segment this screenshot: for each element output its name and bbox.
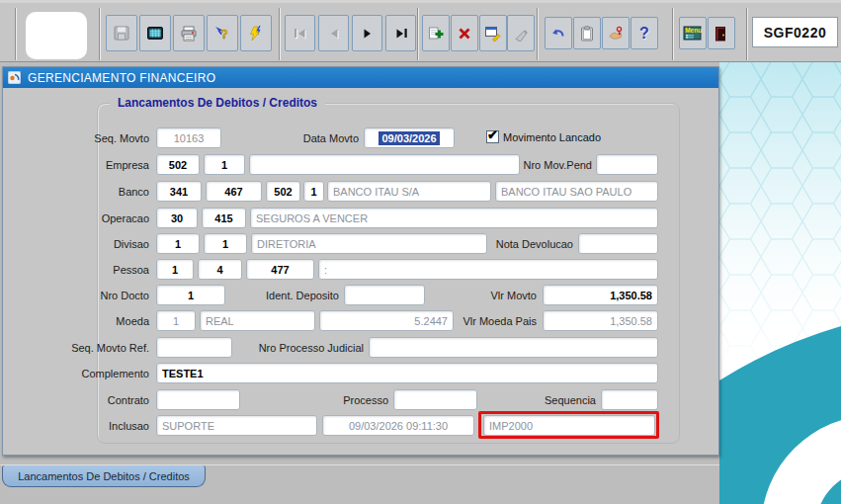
clear-button[interactable] [507,15,535,51]
field-vlr-movto[interactable]: 1,350.58 [543,285,658,305]
field-inclusao-datetime: 09/03/2026 09:11:30 [322,415,474,436]
field-vlr-moeda-pais: 1,350.58 [543,310,658,331]
first-record-icon [292,25,309,42]
field-seq-movto-ref[interactable] [156,337,232,358]
field-operacao-desc: SEGUROS A VENCER [250,208,658,228]
last-record-button[interactable] [385,15,416,51]
tab-lancamentos[interactable]: Lancamentos De Debitos / Creditos [2,465,206,487]
clipboard-button[interactable] [573,17,601,49]
edit-query-icon [484,25,502,42]
app-window: GERENCIAMENTO FINANCEIRO Lancamentos De … [2,66,719,456]
undo-button[interactable] [545,17,572,49]
field-nro-docto[interactable]: 1 [156,285,225,305]
label-moeda: Moeda [33,310,149,331]
field-pessoa-code2[interactable]: 4 [198,259,242,280]
field-ident-deposito[interactable] [344,285,425,305]
field-divisao-code1[interactable]: 1 [156,233,200,254]
clear-pen-icon [512,25,530,42]
label-ident-deposito: Ident. Deposito [245,285,339,305]
menu-icon: Menu [683,25,703,42]
field-contrato[interactable] [156,389,240,410]
field-empresa-code1[interactable]: 502 [156,154,200,175]
first-record-button[interactable] [285,15,315,51]
toolbar-separator [99,8,101,60]
field-operacao-code1[interactable]: 30 [156,208,198,228]
screen-button[interactable] [139,15,171,51]
label-movimento-lancado: Movimento Lancado [503,130,601,144]
label-empresa: Empresa [33,154,149,175]
prev-record-button[interactable] [318,15,349,51]
save-button[interactable] [106,15,137,51]
field-empresa-code2[interactable]: 1 [204,154,245,175]
background-art [719,61,841,504]
context-help-button[interactable]: ? [207,15,238,51]
form-group-title: Lancamentos De Debitos / Creditos [110,96,325,110]
field-nro-processo-judicial[interactable] [369,337,658,358]
clipboard-icon [578,25,596,42]
exit-button[interactable] [708,17,735,49]
execute-button[interactable] [240,15,272,51]
label-operacao: Operacao [33,208,149,228]
check-mark: ✔ [487,127,498,142]
delete-record-button[interactable] [451,15,478,51]
label-inclusao: Inclusao [33,415,149,436]
label-data-movto: Data Movto [270,127,359,148]
field-data-movto[interactable]: 09/03/2026 [364,127,455,148]
field-pessoa-code3[interactable]: 477 [246,259,314,280]
svg-text:Menu: Menu [685,27,702,34]
movimento-lancado-checkbox[interactable]: ✔ [486,130,499,143]
hand-keys-icon [607,25,625,42]
toolbar-separator [672,8,674,60]
teal-swoosh [719,61,841,504]
execute-lightning-icon [247,25,265,42]
delete-record-icon [456,25,473,42]
field-banco-code1[interactable]: 341 [156,181,202,202]
field-processo[interactable] [393,389,477,410]
label-processo: Processo [319,389,388,410]
toolbar-separator [417,8,419,60]
transaction-code: SGF0220 [764,25,826,41]
field-complemento[interactable]: TESTE1 [156,363,658,383]
field-inclusao-origin: IMP2000 [483,415,655,436]
field-banco-code3[interactable]: 502 [266,181,300,202]
field-pessoa-code1[interactable]: 1 [156,259,194,280]
toolbar-separator [537,8,539,60]
keys-button[interactable] [602,17,630,49]
label-nro-mov-pend: Nro Mov.Pend [497,154,592,175]
label-divisao: Divisao [33,233,149,254]
window-icon [8,71,21,84]
field-operacao-code2[interactable]: 415 [202,208,246,228]
field-seq-movto: 10163 [156,127,221,148]
field-banco-agency-name: BANCO ITAU SAO PAULO [495,181,658,202]
label-vlr-moeda-pais: Vlr Moeda Pais [448,310,537,331]
transaction-code-box: SGF0220 [752,17,838,47]
undo-icon [549,25,567,42]
field-banco-code4[interactable]: 1 [303,181,324,202]
window-titlebar[interactable]: GERENCIAMENTO FINANCEIRO [3,67,718,88]
field-divisao-desc: DIRETORIA [251,233,487,254]
label-banco: Banco [33,181,149,202]
label-vlr-movto: Vlr Movto [453,285,537,305]
field-nro-mov-pend[interactable] [596,154,658,175]
field-banco-code2[interactable]: 467 [206,181,262,202]
toolbar: ? [0,0,841,62]
save-icon [113,25,130,42]
menu-button[interactable]: Menu [679,17,707,49]
logo-placeholder [26,12,87,59]
field-moeda-rate: 5.2447 [319,310,454,331]
field-sequencia[interactable] [601,389,658,410]
insert-record-button[interactable] [422,15,450,51]
exit-door-icon [713,25,730,42]
toolbar-separator [279,8,281,60]
label-pessoa: Pessoa [33,259,149,280]
field-divisao-code2[interactable]: 1 [204,233,247,254]
toolbar-separator [15,8,17,60]
edit-query-button[interactable] [479,15,507,51]
help-button[interactable]: ? [631,17,658,49]
label-contrato: Contrato [33,389,149,410]
print-button[interactable] [173,15,205,51]
field-empresa-name[interactable] [249,154,520,175]
field-nota-devolucao[interactable] [578,233,658,254]
next-record-button[interactable] [352,15,382,51]
label-nota-devolucao: Nota Devolucao [484,233,573,254]
